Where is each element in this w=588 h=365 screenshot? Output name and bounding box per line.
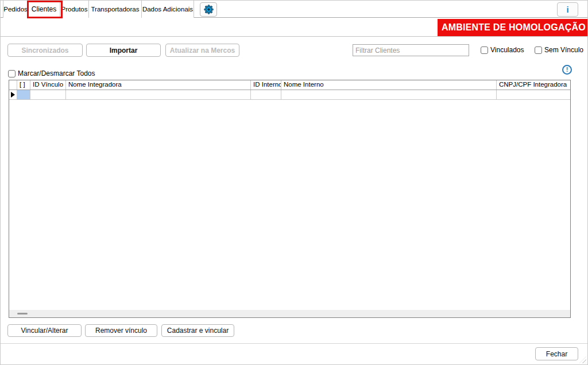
cadastrar-e-vincular-button[interactable]: Cadastrar e vincular — [161, 324, 234, 337]
selected-cell[interactable] — [17, 90, 30, 99]
fechar-button[interactable]: Fechar — [535, 347, 578, 360]
column-header-id-interno[interactable]: ID Interno — [251, 80, 281, 90]
vincular-alterar-button[interactable]: Vincular/Alterar — [7, 324, 82, 337]
sincronizados-button[interactable]: Sincronizados — [7, 44, 83, 57]
info-icon: i — [566, 5, 568, 14]
app-window: Pedidos Clientes Produtos Transportadora… — [0, 0, 588, 365]
cell-cnpj-cpf-integradora[interactable] — [497, 90, 570, 99]
scrollbar-thumb[interactable] — [17, 313, 28, 314]
alert-circle-icon[interactable]: ! — [562, 65, 572, 75]
top-separator — [1, 36, 587, 37]
cell-id-interno[interactable] — [251, 90, 281, 99]
row-arrow-icon — [11, 92, 15, 98]
tab-dados-adicionais[interactable]: Dados Adicionais — [142, 1, 194, 18]
cell-id-vinculo[interactable] — [30, 90, 66, 99]
checkbox-box[interactable] — [535, 46, 542, 54]
alert-glyph: ! — [566, 67, 568, 73]
cell-nome-integradora[interactable] — [66, 90, 251, 99]
sem-vinculo-label: Sem Vínculo — [544, 46, 583, 54]
checkbox-box[interactable] — [8, 70, 16, 77]
row-selector-cell[interactable] — [9, 90, 17, 99]
resize-grip-icon[interactable] — [579, 356, 586, 363]
gear-icon — [204, 5, 214, 14]
tab-pedidos[interactable]: Pedidos — [3, 1, 28, 18]
vinculados-label: Vinculados — [490, 46, 524, 54]
bottom-separator — [1, 343, 587, 344]
column-header-id-vinculo[interactable]: ID Vínculo — [30, 80, 66, 90]
tab-transportadoras[interactable]: Transportadoras — [89, 1, 142, 18]
column-header-check[interactable]: [ ] — [17, 80, 30, 90]
clientes-table[interactable]: [ ] ID Vínculo Nome Integradora ID Inter… — [9, 80, 571, 318]
tab-produtos[interactable]: Produtos — [60, 1, 89, 18]
tab-clientes[interactable]: Clientes — [28, 1, 60, 18]
cell-nome-interno[interactable] — [281, 90, 497, 99]
info-button[interactable]: i — [557, 2, 578, 17]
column-header-nome-interno[interactable]: Nome Interno — [281, 80, 497, 90]
sem-vinculo-checkbox[interactable]: Sem Vínculo — [535, 46, 583, 54]
environment-banner: AMBIENTE DE HOMOLOGAÇÃO — [438, 19, 588, 36]
row-selector-header — [9, 80, 17, 90]
column-header-nome-integradora[interactable]: Nome Integradora — [66, 80, 251, 90]
horizontal-scrollbar[interactable] — [9, 310, 570, 317]
atualizar-na-mercos-button[interactable]: Atualizar na Mercos — [165, 44, 239, 57]
tab-bar: Pedidos Clientes Produtos Transportadora… — [1, 1, 587, 18]
settings-button[interactable] — [200, 2, 217, 17]
table-header-row: [ ] ID Vínculo Nome Integradora ID Inter… — [9, 80, 570, 90]
filter-clientes-input[interactable] — [353, 44, 469, 56]
checkbox-box[interactable] — [481, 46, 488, 54]
table-row[interactable] — [9, 90, 570, 100]
remover-vinculo-button[interactable]: Remover vínculo — [85, 324, 157, 337]
marcar-desmarcar-todos-label: Marcar/Desmarcar Todos — [18, 69, 95, 77]
marcar-desmarcar-todos-checkbox[interactable]: Marcar/Desmarcar Todos — [8, 69, 95, 77]
importar-button[interactable]: Importar — [86, 44, 161, 57]
column-header-cnpj-cpf-integradora[interactable]: CNPJ/CPF Integradora — [497, 80, 570, 90]
vinculados-checkbox[interactable]: Vinculados — [481, 46, 524, 54]
